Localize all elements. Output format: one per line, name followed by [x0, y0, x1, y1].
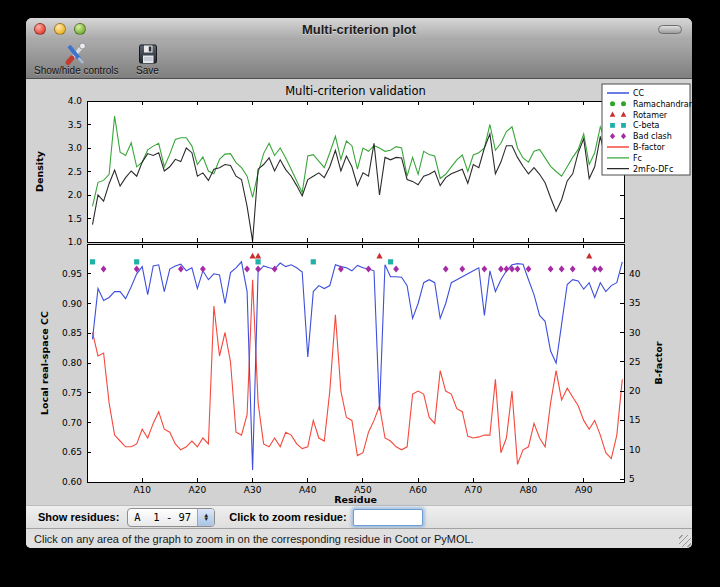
chart-title: Multi-criterion validation: [285, 84, 426, 98]
svg-text:0.60: 0.60: [62, 477, 82, 487]
svg-text:1.0: 1.0: [68, 237, 83, 247]
show-hide-controls-label: Show/hide controls: [34, 65, 119, 76]
control-bar: Show residues: A 1 - 97 ▲▼ Click to zoom…: [26, 505, 692, 528]
window-title: Multi-criterion plot: [302, 22, 416, 37]
residue-range-select[interactable]: A 1 - 97 ▲▼: [127, 508, 215, 527]
status-text: Click on any area of the graph to zoom i…: [34, 533, 474, 545]
status-bar: Click on any area of the graph to zoom i…: [26, 528, 692, 548]
svg-text:Ramachandran: Ramachandran: [633, 100, 692, 109]
save-label: Save: [136, 65, 159, 76]
stepper-arrows-icon: ▲▼: [197, 509, 214, 526]
zoom-residue-input[interactable]: [353, 509, 423, 526]
svg-text:2.5: 2.5: [68, 167, 82, 177]
svg-text:2.0: 2.0: [68, 190, 83, 200]
svg-text:Rotamer: Rotamer: [633, 111, 668, 120]
legend: CCRamachandranRotamerC-betaBad clashB-fa…: [602, 84, 692, 175]
figure-canvas[interactable]: A10A20A30A40A50A60A70A80A901.01.52.02.53…: [26, 79, 692, 505]
svg-text:0.70: 0.70: [62, 418, 82, 428]
window-controls: [34, 23, 86, 35]
title-bar[interactable]: Multi-criterion plot: [26, 18, 692, 40]
toolbar-toggle-widget[interactable]: [658, 25, 682, 34]
svg-text:30: 30: [629, 328, 641, 338]
svg-text:10: 10: [629, 445, 641, 455]
svg-text:20: 20: [629, 386, 641, 396]
density-axis-label: Density: [34, 150, 45, 192]
tools-icon: [63, 41, 89, 67]
svg-text:0.95: 0.95: [62, 269, 82, 279]
svg-text:A10: A10: [133, 485, 151, 495]
svg-text:C-beta: C-beta: [633, 121, 660, 130]
svg-text:0.65: 0.65: [62, 447, 82, 457]
svg-text:25: 25: [629, 357, 640, 367]
svg-text:0.75: 0.75: [62, 388, 82, 398]
resize-grip-icon[interactable]: [679, 535, 691, 547]
svg-text:Fc: Fc: [633, 154, 642, 163]
window: Multi-criterion plot Show/hide controls: [26, 18, 692, 548]
residue-range-value: A 1 - 97: [128, 511, 197, 523]
svg-text:15: 15: [629, 415, 640, 425]
top-axes[interactable]: [87, 101, 624, 242]
bfactor-axis-label: B-factor: [653, 341, 664, 384]
save-icon: [135, 41, 161, 67]
svg-text:A60: A60: [409, 485, 427, 495]
svg-text:A80: A80: [520, 485, 538, 495]
show-hide-controls-button[interactable]: Show/hide controls: [34, 40, 119, 76]
svg-text:0.85: 0.85: [62, 328, 82, 338]
svg-text:40: 40: [629, 269, 641, 279]
svg-text:A30: A30: [244, 485, 262, 495]
toolbar: Show/hide controls Save: [26, 40, 692, 79]
svg-text:A70: A70: [465, 485, 483, 495]
save-button[interactable]: Save: [135, 40, 161, 76]
svg-text:3.0: 3.0: [68, 143, 83, 153]
svg-text:3.5: 3.5: [68, 120, 82, 130]
svg-text:2mFo-DFc: 2mFo-DFc: [633, 165, 673, 174]
svg-text:A20: A20: [189, 485, 207, 495]
svg-text:4.0: 4.0: [68, 96, 83, 106]
zoom-button[interactable]: [74, 23, 86, 35]
show-residues-label: Show residues:: [38, 511, 119, 523]
zoom-residue-label: Click to zoom residue:: [229, 511, 346, 523]
close-button[interactable]: [34, 23, 46, 35]
svg-text:Bad clash: Bad clash: [633, 132, 672, 141]
svg-text:1.5: 1.5: [68, 214, 82, 224]
residue-axis-label: Residue: [334, 494, 377, 505]
svg-text:0.90: 0.90: [62, 299, 82, 309]
minimize-button[interactable]: [54, 23, 66, 35]
svg-text:A90: A90: [575, 485, 593, 495]
figure-area: A10A20A30A40A50A60A70A80A901.01.52.02.53…: [26, 79, 692, 505]
svg-text:B-factor: B-factor: [633, 143, 666, 152]
svg-text:5: 5: [629, 474, 635, 484]
cc-axis-label: Local real-space CC: [39, 311, 50, 415]
svg-text:CC: CC: [633, 89, 645, 98]
svg-text:35: 35: [629, 298, 640, 308]
svg-text:A40: A40: [299, 485, 317, 495]
svg-text:0.80: 0.80: [62, 358, 82, 368]
